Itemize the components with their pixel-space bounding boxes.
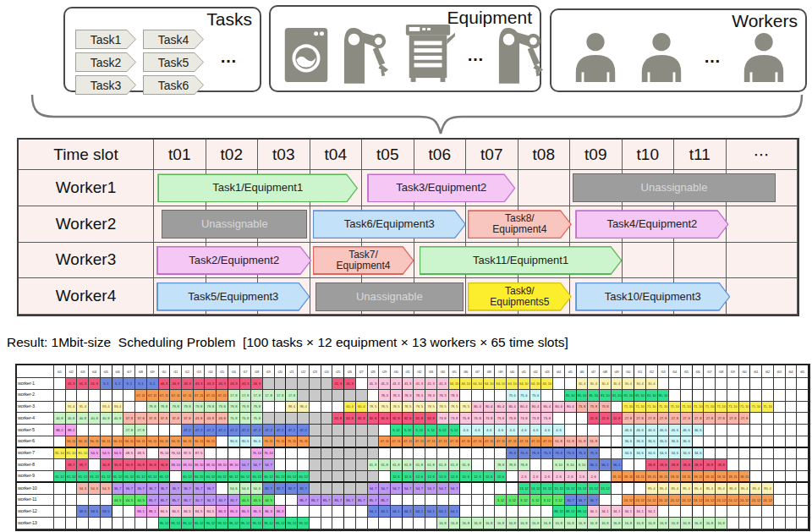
result-time-label: t05 [101, 365, 112, 378]
result-cell: 76, 10 [251, 448, 263, 460]
result-cell [89, 518, 101, 529]
result-cell: 75, 3 [565, 448, 577, 460]
result-cell: 73, 8 [541, 413, 553, 425]
result-cell: 81, 10 [54, 448, 66, 460]
result-cell [54, 459, 66, 471]
result-worker-label: worker-9 [17, 471, 54, 483]
result-cell: 79, 8 [159, 402, 171, 414]
result-time-label: t28 [368, 365, 380, 378]
result-time-label: t21 [286, 365, 298, 378]
result-cell [727, 518, 739, 529]
result-cell [495, 448, 507, 460]
result-cell [484, 495, 496, 507]
result-cell: 85, 4 [693, 483, 705, 495]
result-cell: 75, 6 [518, 390, 530, 402]
result-cell: 47, 2 [194, 425, 206, 436]
result-cell [786, 378, 798, 390]
result-cell: 80, 4 [565, 402, 577, 414]
result-cell [704, 378, 716, 390]
result-cell: 17, 8 [275, 390, 287, 402]
result-cell [321, 506, 333, 518]
result-cell [750, 471, 762, 483]
result-cell [332, 390, 344, 402]
result-time-label: t42 [530, 365, 542, 378]
result-cell: 16, 8 [530, 518, 542, 529]
result-cell [298, 506, 310, 518]
task-chip: Task5 [143, 52, 204, 72]
result-time-label: t22 [298, 365, 310, 378]
result-cell: 47, 2 [228, 425, 240, 436]
result-cell: 84, 5 [194, 506, 206, 518]
result-time-label: t25 [332, 365, 344, 378]
task-assignment-bar: Task8/Equipment4 [468, 210, 572, 239]
time-slot-label: t09 [570, 140, 623, 170]
result-cell: 54, 5 [89, 448, 101, 460]
result-cell: 47, 2 [182, 425, 194, 436]
result-cell [786, 471, 798, 483]
result-cell: 64, 10 [472, 378, 484, 390]
result-worker-label: worker-5 [17, 425, 54, 436]
result-time-label: t43 [541, 365, 553, 378]
result-cell: 79, 8 [182, 402, 194, 414]
result-cell: 64, 1 [368, 506, 380, 518]
result-cell: 61, 8 [368, 459, 380, 471]
result-cell: 67, 11 [205, 390, 217, 402]
result-cell [762, 518, 774, 529]
result-cell: 59, 5 [77, 506, 89, 518]
result-time-label: t59 [727, 365, 739, 378]
result-cell: 71, 10 [727, 402, 739, 414]
result-cell: 51, 8 [588, 436, 600, 448]
result-cell: 88, 1 [135, 506, 147, 518]
result-cell: 56, 11 [135, 436, 147, 448]
result-cell: 46, 6 [681, 425, 693, 436]
result-cell: 60, 12 [240, 471, 252, 483]
result-cell: 67, 11 [135, 390, 147, 402]
result-cell [112, 518, 124, 529]
result-cell [762, 471, 774, 483]
result-cell [66, 390, 78, 402]
result-cell: 27, 8 [727, 413, 739, 425]
result-cell: 40, 8 [66, 413, 78, 425]
result-cell: 18, 11 [634, 471, 646, 483]
result-cell: 34, 6 [646, 448, 658, 460]
result-cell: 16, 8 [693, 518, 705, 529]
result-cell: 60, 12 [275, 471, 287, 483]
result-cell [112, 506, 124, 518]
result-cell [101, 495, 112, 507]
result-cell: 12, 6 [437, 471, 449, 483]
result-cell: 95, 12 [251, 518, 263, 529]
result-cell [332, 402, 344, 414]
result-cell: 93, 4 [112, 402, 124, 414]
result-cell [565, 413, 577, 425]
worker-row-label: Worker2 [19, 206, 154, 243]
result-cell: 34, 6 [681, 448, 693, 460]
result-cell: 34, 1 [623, 506, 634, 518]
result-cell [693, 506, 705, 518]
result-cell: 47, 2 [298, 425, 310, 436]
result-cell: 78, 3 [414, 390, 425, 402]
result-cell: 54, 7 [240, 459, 252, 471]
result-cell: 56, 11 [101, 436, 112, 448]
result-cell: 47, 2 [240, 425, 252, 436]
result-cell: 78, 3 [425, 390, 437, 402]
result-time-label: t35 [449, 365, 461, 378]
result-cell: 46, 6 [693, 425, 705, 436]
result-cell: 13, 12 [530, 483, 542, 495]
result-cell [321, 378, 333, 390]
washing-machine-icon [283, 26, 330, 84]
result-cell: 95, 12 [275, 518, 287, 529]
result-worker-label: worker-13 [17, 518, 54, 529]
result-cell: 61, 12 [159, 471, 171, 483]
result-time-label: t39 [495, 365, 507, 378]
result-cell: 24, 12 [623, 495, 634, 507]
result-cell: 41, 3 [391, 378, 403, 390]
result-cell: 56, 11 [77, 436, 89, 448]
result-cell: 91, 4 [66, 402, 78, 414]
result-cell [344, 471, 356, 483]
result-cell: 95, 12 [217, 518, 228, 529]
result-cell [484, 506, 496, 518]
result-cell: 44, 5 [263, 495, 275, 507]
result-cell: 4, 6 [484, 425, 496, 436]
result-cell: 78, 3 [379, 390, 391, 402]
result-cell: 27, 8 [681, 413, 693, 425]
